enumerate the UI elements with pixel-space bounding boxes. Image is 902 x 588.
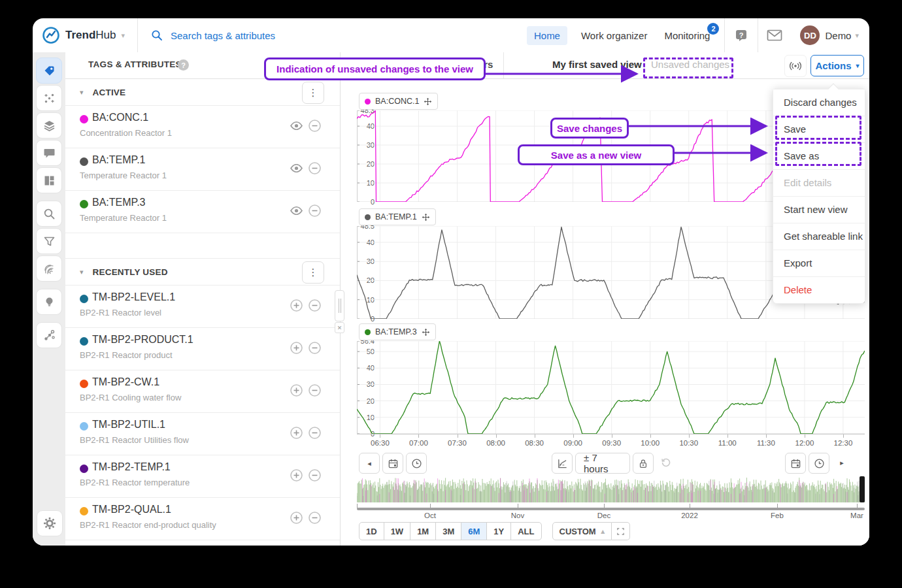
range-6m-button[interactable]: 6M (461, 522, 487, 540)
rail-context-button[interactable] (36, 322, 62, 348)
live-mode-button[interactable] (784, 55, 807, 77)
user-name[interactable]: Demo (825, 30, 851, 41)
start-time-button[interactable] (406, 453, 427, 474)
range-1w-button[interactable]: 1W (384, 522, 411, 540)
section-recent-header[interactable]: ▾ RECENTLY USED ⋮ (65, 258, 340, 286)
compare-mode-button[interactable] (552, 453, 573, 474)
add-tag-icon[interactable] (290, 341, 303, 355)
move-handle-icon[interactable] (422, 328, 430, 336)
rail-dashboard-button[interactable] (36, 167, 62, 193)
rail-fingerprint-button[interactable] (36, 255, 62, 282)
remove-tag-icon[interactable] (308, 468, 322, 482)
remove-tag-icon[interactable] (308, 161, 322, 175)
move-handle-icon[interactable] (422, 213, 430, 221)
lock-timespan-button[interactable] (633, 453, 654, 474)
tag-color-dot (80, 422, 88, 431)
nav-work-organizer[interactable]: Work organizer (581, 30, 647, 41)
rail-layers-button[interactable] (36, 112, 62, 139)
remove-tag-icon[interactable] (308, 299, 322, 312)
tag-name: BA:TEMP.3 (92, 197, 146, 208)
menu-get-shareable-link[interactable]: Get shareable link (773, 223, 865, 250)
menu-start-new-view[interactable]: Start new view (773, 196, 865, 223)
help-icon[interactable]: ? (733, 27, 749, 43)
section-menu-button[interactable]: ⋮ (302, 82, 324, 104)
section-menu-button[interactable]: ⋮ (302, 261, 324, 284)
timeline-bar[interactable] (357, 508, 865, 510)
add-tag-icon[interactable] (290, 468, 303, 482)
panel-help-icon[interactable]: ? (178, 59, 189, 71)
tag-row-ba-conc1[interactable]: BA:CONC.1 Concentration Reactor 1 (65, 106, 340, 148)
tag-row-ba-temp1[interactable]: BA:TEMP.1 Temperature Reactor 1 (65, 148, 340, 191)
tag-row-tm-bp2-temp1[interactable]: TM-BP2-TEMP.1 BP2-R1 Reactor temperature (65, 455, 340, 498)
range-1m-button[interactable]: 1M (410, 522, 436, 540)
nav-monitoring[interactable]: Monitoring 2 (664, 30, 710, 41)
duration-button[interactable]: ± 7 hours (575, 453, 630, 474)
logo-chevron-down-icon[interactable]: ▾ (121, 31, 125, 40)
pan-right-button[interactable]: ▸ (832, 453, 852, 472)
visibility-eye-icon[interactable] (290, 204, 303, 218)
history-undo-button[interactable] (656, 453, 676, 472)
rail-filter-button[interactable] (36, 228, 62, 254)
add-tag-icon[interactable] (290, 511, 303, 525)
add-tag-icon[interactable] (290, 299, 303, 312)
rail-recommendations-button[interactable] (36, 289, 62, 315)
panel-resize-handle[interactable] (335, 290, 344, 321)
rail-comments-button[interactable] (36, 140, 62, 166)
visibility-eye-icon[interactable] (290, 119, 303, 133)
tag-row-ba-temp3[interactable]: BA:TEMP.3 Temperature Reactor 1 (65, 191, 340, 233)
tag-name: TM-BP2-CW.1 (92, 376, 159, 388)
section-active-header[interactable]: ▾ ACTIVE ⋮ (65, 79, 340, 106)
move-handle-icon[interactable] (424, 97, 432, 106)
custom-range-button[interactable]: CUSTOM▴ (552, 522, 612, 540)
search-box[interactable] (138, 29, 342, 42)
end-calendar-button[interactable] (785, 453, 806, 474)
legend-ba-conc1[interactable]: BA:CONC.1 (359, 93, 438, 110)
legend-ba-temp1[interactable]: BA:TEMP.1 (359, 208, 436, 225)
legend-ba-temp3[interactable]: BA:TEMP.3 (359, 323, 436, 340)
rail-search-button[interactable] (36, 201, 62, 227)
add-tag-icon[interactable] (290, 426, 303, 440)
remove-tag-icon[interactable] (308, 204, 322, 218)
chart-ba-temp3[interactable] (357, 341, 865, 434)
remove-tag-icon[interactable] (308, 119, 322, 133)
user-avatar[interactable]: DD (800, 25, 820, 45)
tag-row-tm-bp2-qual1[interactable]: TM-BP2-QUAL.1 BP2-R1 Reactor end-product… (65, 498, 340, 540)
end-time-button[interactable] (809, 453, 829, 474)
nav-home[interactable]: Home (527, 26, 567, 45)
add-tag-icon[interactable] (290, 384, 303, 397)
app-logo[interactable]: TrendHub ▾ (33, 26, 137, 44)
rail-tags-button[interactable] (36, 57, 62, 84)
tag-description: BP2-R1 Reactor end-product quality (80, 520, 216, 530)
rail-settings-button[interactable] (37, 510, 63, 536)
collapse-triangle-icon[interactable]: ▾ (80, 88, 84, 97)
panel-collapse-icon[interactable]: ✕ (335, 322, 344, 333)
start-calendar-button[interactable] (382, 453, 403, 474)
range-3m-button[interactable]: 3M (435, 522, 461, 540)
fit-window-button[interactable] (612, 522, 630, 540)
remove-tag-icon[interactable] (308, 341, 322, 355)
rail-compare-button[interactable] (36, 85, 62, 111)
overview-minimap[interactable] (357, 476, 865, 502)
menu-delete[interactable]: Delete (773, 276, 865, 303)
search-input[interactable] (169, 29, 342, 42)
mail-icon[interactable] (767, 27, 782, 43)
menu-discard-changes[interactable]: Discard changes (773, 89, 865, 116)
menu-export[interactable]: Export (773, 250, 865, 276)
visibility-eye-icon[interactable] (290, 161, 303, 175)
tag-row-tm-bp2-level1[interactable]: TM-BP2-LEVEL.1 BP2-R1 Reactor level (65, 286, 340, 328)
range-1d-button[interactable]: 1D (359, 522, 384, 540)
remove-tag-icon[interactable] (308, 384, 322, 397)
remove-tag-icon[interactable] (308, 511, 322, 525)
collapse-triangle-icon[interactable]: ▾ (80, 268, 84, 276)
tag-row-tm-bp2-util1[interactable]: TM-BP2-UTIL.1 BP2-R1 Reactor Utilities f… (65, 413, 340, 455)
tag-row-tm-bp2-cw1[interactable]: TM-BP2-CW.1 BP2-R1 Cooling water flow (65, 370, 340, 413)
pan-left-button[interactable]: ◂ (359, 453, 380, 474)
tag-row-tm-bp2-product1[interactable]: TM-BP2-PRODUCT.1 BP2-R1 Reactor product (65, 328, 340, 370)
x-tick-label: 09:30 (602, 439, 621, 447)
actions-button[interactable]: Actions▾ (810, 55, 864, 76)
overview-timeline[interactable]: OctNovDec2022FebMar (357, 504, 865, 521)
range-all-button[interactable]: ALL (510, 522, 541, 540)
remove-tag-icon[interactable] (308, 426, 322, 440)
user-chevron-down-icon[interactable]: ▾ (855, 31, 859, 40)
range-1y-button[interactable]: 1Y (486, 522, 511, 540)
